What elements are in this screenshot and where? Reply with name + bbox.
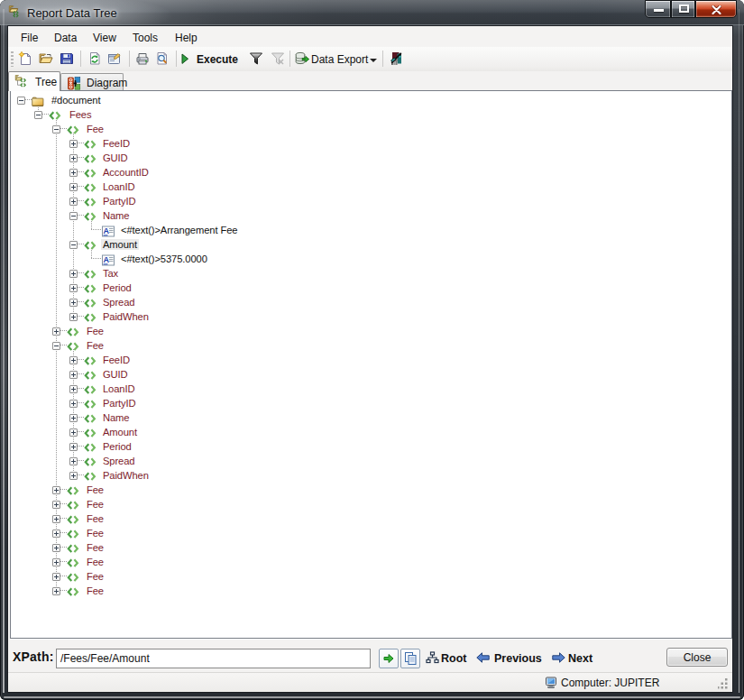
svg-text:A: A	[104, 255, 110, 264]
svg-text:A: A	[104, 226, 110, 235]
